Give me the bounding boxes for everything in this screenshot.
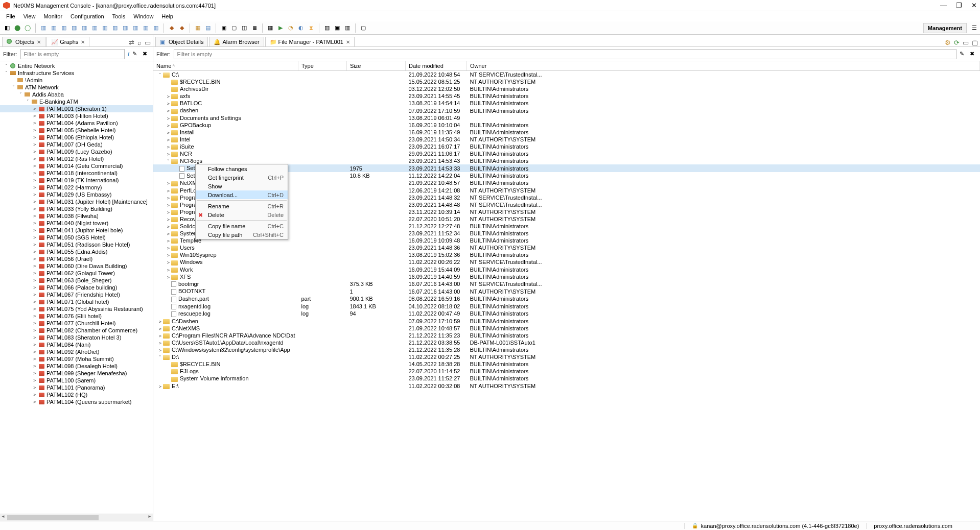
twisty-icon[interactable]: > xyxy=(166,260,171,265)
toolbar-icon[interactable]: ▣ xyxy=(220,24,228,32)
toolbar-icon[interactable]: ▥ xyxy=(323,24,331,32)
tree-node[interactable]: >PATML041 (Jupitor Hotel bole) xyxy=(0,227,153,234)
info-icon[interactable]: i xyxy=(128,51,129,57)
context-menu[interactable]: Follow changesGet fingerprintCtrl+PShowD… xyxy=(195,164,288,239)
tree-twisty-icon[interactable]: > xyxy=(32,156,38,161)
toolbar-icon[interactable]: ▤ xyxy=(204,24,212,32)
tree-twisty-icon[interactable]: > xyxy=(32,321,38,326)
close-tab-icon[interactable]: ✕ xyxy=(37,39,41,45)
tree-node[interactable]: >PATML075 (Yod Abyssinia Restaurant) xyxy=(0,305,153,312)
toolbar-icon[interactable]: ▥ xyxy=(131,24,139,32)
twisty-icon[interactable]: > xyxy=(166,130,171,135)
table-row[interactable]: bootmgr375.3 KB16.07.2016 14:43:00NT SER… xyxy=(153,280,980,288)
table-row[interactable]: EJLogs22.07.2020 11:14:52BUILTIN\Adminis… xyxy=(153,368,980,375)
twisty-icon[interactable]: > xyxy=(157,319,163,324)
ctx-download-[interactable]: Download...Ctrl+D xyxy=(196,190,288,199)
tree-node[interactable]: >PATML097 (Moha Summit) xyxy=(0,355,153,363)
toolbar-icon[interactable]: ▥ xyxy=(50,24,58,32)
tree-node[interactable]: >PATML038 (Filwuha) xyxy=(0,212,153,220)
twisty-icon[interactable]: > xyxy=(157,341,163,346)
ctx-follow-changes[interactable]: Follow changes xyxy=(196,164,288,173)
toolbar-icon[interactable]: ▥ xyxy=(60,24,68,32)
table-row[interactable]: >C:\Windows\system32\config\systemprofil… xyxy=(153,346,980,353)
tree-twisty-icon[interactable]: > xyxy=(32,249,38,254)
toolbar-icon[interactable]: ⬤ xyxy=(13,24,21,32)
table-row[interactable]: System Volume Information23.09.2021 11:5… xyxy=(153,375,980,382)
tree-twisty-icon[interactable]: > xyxy=(32,371,38,376)
toolbar-icon[interactable]: ◆ xyxy=(168,24,176,32)
close-tab-icon[interactable]: ✕ xyxy=(346,39,350,45)
toolbar-icon[interactable]: ▢ xyxy=(230,24,238,32)
toolbar-icon[interactable]: ▥ xyxy=(80,24,88,32)
tab-alarm-browser[interactable]: 🔔Alarm Browser xyxy=(209,37,264,46)
tree-node[interactable]: >PATML003 (Hilton Hotel) xyxy=(0,112,153,119)
menu-tools[interactable]: Tools xyxy=(109,12,129,20)
toolbar-icon[interactable]: ▥ xyxy=(101,24,109,32)
ctx-rename[interactable]: RenameCtrl+R xyxy=(196,202,288,210)
menu-window[interactable]: Window xyxy=(130,12,156,20)
tree-node[interactable]: >PATML067 (Friendship Hotel) xyxy=(0,291,153,298)
right-filter-input[interactable] xyxy=(174,49,957,59)
view-menu-icon[interactable]: ⇄ xyxy=(129,39,134,46)
table-row[interactable]: >Documents and Settings13.08.2019 06:01:… xyxy=(153,114,980,122)
tree-twisty-icon[interactable]: > xyxy=(32,113,38,118)
menu-file[interactable]: File xyxy=(3,12,18,20)
toolbar-icon[interactable]: ◔ xyxy=(287,24,295,32)
tree-twisty-icon[interactable]: > xyxy=(32,171,38,176)
twisty-icon[interactable]: > xyxy=(166,203,171,208)
tree-twisty-icon[interactable]: > xyxy=(32,142,38,147)
tree-twisty-icon[interactable]: > xyxy=(32,163,38,168)
twisty-icon[interactable]: > xyxy=(157,326,163,331)
toolbar-icon[interactable]: ◆ xyxy=(178,24,186,32)
table-row[interactable]: >NCR29.09.2021 11:06:17BUILTIN\Administr… xyxy=(153,150,980,157)
tree-twisty-icon[interactable]: > xyxy=(32,285,38,290)
tree-twisty-icon[interactable]: > xyxy=(32,349,38,354)
tree-node[interactable]: >PATML001 (Sheraton 1) xyxy=(0,105,153,112)
table-row[interactable]: >C:\Users\SSTAuto1\AppData\Local\nxagent… xyxy=(153,339,980,346)
tree-node[interactable]: >PATML060 (Dire Dawa Building) xyxy=(0,262,153,270)
tree-node[interactable]: >PATML099 (Sheger-Menafesha) xyxy=(0,370,153,377)
toolbar-icon[interactable]: ▦ xyxy=(194,24,202,32)
tree-node[interactable]: >PATML077 (Churchill Hotel) xyxy=(0,320,153,327)
table-row[interactable]: >Install16.09.2019 11:35:49BUILTIN\Admin… xyxy=(153,129,980,136)
toolbar-icon[interactable]: ▥ xyxy=(343,24,352,32)
toolbar-icon[interactable]: ▣ xyxy=(333,24,341,32)
minimize-view-icon[interactable]: ▭ xyxy=(963,39,969,46)
tree-twisty-icon[interactable]: > xyxy=(32,378,38,383)
tree-node[interactable]: >PATML004 (Adams Pavilion) xyxy=(0,119,153,127)
ctx-delete[interactable]: ✖DeleteDelete xyxy=(196,210,288,219)
table-row[interactable]: Dashen.partpart900.1 KB08.08.2022 16:59:… xyxy=(153,295,980,303)
tree-twisty-icon[interactable]: > xyxy=(32,335,38,340)
maximize-button[interactable]: ❐ xyxy=(956,2,962,9)
tree-twisty-icon[interactable]: > xyxy=(32,306,38,311)
link-icon[interactable]: ⌕ xyxy=(137,39,142,46)
refresh-icon[interactable]: ⟳ xyxy=(954,39,960,46)
toolbar-icon[interactable]: ▥ xyxy=(70,24,78,32)
toolbar-icon[interactable]: ▦ xyxy=(266,24,274,32)
tree-twisty-icon[interactable]: > xyxy=(32,235,38,240)
twisty-icon[interactable]: > xyxy=(166,101,171,106)
tree-twisty-icon[interactable]: > xyxy=(32,121,38,126)
tree-node[interactable]: >PATML033 (Yolly Building) xyxy=(0,205,153,212)
menu-help[interactable]: Help xyxy=(158,12,176,20)
tree-node[interactable]: >PATML063 (Bole_Sheger) xyxy=(0,277,153,284)
tree-twisty-icon[interactable]: > xyxy=(32,263,38,269)
tree-node[interactable]: >PATML029 (US Embassy) xyxy=(0,191,153,198)
tree-node[interactable]: >PATML007 (DH Geda) xyxy=(0,141,153,148)
table-row[interactable]: >E:\11.02.2022 00:32:08NT AUTHORITY\SYST… xyxy=(153,382,980,390)
table-row[interactable]: >Users23.09.2021 14:48:36NT AUTHORITY\SY… xyxy=(153,244,980,251)
column-size[interactable]: Size xyxy=(346,61,405,71)
tree-node[interactable]: >PATML082 (Chamber of Commerce) xyxy=(0,327,153,334)
tab-graphs[interactable]: 📈Graphs✕ xyxy=(46,37,89,46)
tree-node[interactable]: >PATML066 (Palace building) xyxy=(0,284,153,291)
tree-node[interactable]: >PATML022 (Harmony) xyxy=(0,184,153,191)
toolbar-icon[interactable]: ▥ xyxy=(142,24,150,32)
tree-twisty-icon[interactable]: > xyxy=(32,199,38,204)
tree-node[interactable]: >PATML051 (Radisson Blue Hotel) xyxy=(0,241,153,248)
tree-twisty-icon[interactable]: > xyxy=(32,221,38,226)
tree-node[interactable]: >PATML102 (HQ) xyxy=(0,391,153,398)
tree-twisty-icon[interactable]: ˅ xyxy=(10,85,16,90)
tree-node[interactable]: >PATML014 (Getu Commercial) xyxy=(0,162,153,170)
tree-node[interactable]: >PATML006 (Ethiopia Hotel) xyxy=(0,134,153,141)
menu-monitor[interactable]: Monitor xyxy=(40,12,65,20)
